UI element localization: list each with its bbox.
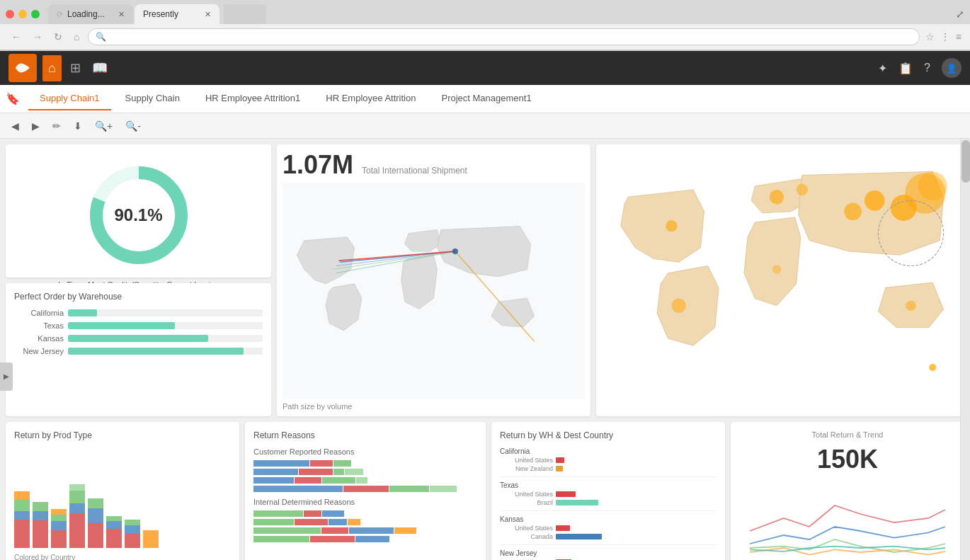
browser-tabs: ⟳ Loading... ✕ Presently ✕: [48, 4, 950, 24]
browser-tab-presently[interactable]: Presently ✕: [135, 4, 219, 24]
user-icon[interactable]: 👤: [942, 58, 962, 78]
trend-card: Total Return & Trend 150K: [731, 422, 964, 560]
bar-row-kansas: Kansas: [14, 334, 263, 343]
bar-row-nj: New Jersey: [14, 347, 263, 355]
home-button[interactable]: ⌂: [71, 30, 82, 44]
path-size-label: Path size by volume: [283, 402, 585, 411]
home-nav-icon[interactable]: ⌂: [42, 55, 62, 81]
tab-hr-attrition1[interactable]: HR Employee Attrition1: [194, 87, 312, 110]
reload-button[interactable]: ↻: [51, 30, 65, 44]
bar-track-tx: [68, 322, 263, 329]
logo-icon: [14, 59, 31, 76]
menu-icon[interactable]: ≡: [956, 31, 962, 42]
svg-point-17: [796, 184, 807, 195]
expand-button[interactable]: ⤢: [956, 8, 964, 20]
internal-bar-3: [253, 527, 477, 534]
customer-bar-1: [253, 460, 477, 467]
shipment-map: [283, 183, 585, 399]
svg-point-21: [929, 364, 936, 371]
internal-reasons-label: Internal Determined Reasons: [253, 498, 477, 506]
sparkle-icon[interactable]: ✦: [878, 62, 887, 75]
tab-close-loading[interactable]: ✕: [118, 10, 125, 19]
tab-project-mgmt[interactable]: Project Management1: [430, 87, 542, 110]
bookmark-icon[interactable]: ☆: [925, 31, 935, 42]
tab-label-presently: Presently: [143, 9, 178, 19]
maximize-button[interactable]: [31, 10, 40, 18]
minimize-button[interactable]: [18, 10, 27, 18]
tab-supply-chain1[interactable]: Supply Chain1: [28, 87, 111, 110]
customer-bar-4: [253, 486, 477, 492]
trend-title: Total Return & Trend: [739, 430, 956, 439]
trend-chart: [739, 480, 956, 560]
app-logo[interactable]: [8, 54, 37, 82]
next-button[interactable]: ▶: [29, 118, 42, 135]
svg-point-15: [906, 301, 915, 311]
bar-track-ca: [68, 309, 263, 316]
svg-point-9: [666, 220, 677, 232]
donut-value: 90.1%: [114, 205, 162, 225]
bar-track-ks: [68, 335, 263, 342]
tab-supply-chain[interactable]: Supply Chain: [114, 87, 191, 110]
new-tab-placeholder[interactable]: [224, 4, 266, 24]
app-header: ⌂ ⊞ 📖 ✦ 📋 ? 👤: [0, 51, 970, 85]
zoom-in-button[interactable]: 🔍+: [92, 118, 115, 135]
prev-button[interactable]: ◀: [8, 118, 22, 135]
shipment-value: 1.07M: [283, 150, 353, 180]
world-bubble-map-card: [596, 144, 964, 416]
svg-line-3: [336, 251, 455, 265]
scrollbar-thumb[interactable]: [962, 140, 970, 183]
bottom-row: Return by Prod Type: [0, 422, 970, 560]
bubble-map-svg: [599, 147, 962, 413]
tab-close-presently[interactable]: ✕: [205, 10, 211, 19]
donut-chart: 90.1%: [82, 159, 195, 272]
wh-new-jersey: New Jersey United States Sweden Germany …: [500, 549, 717, 560]
side-collapse-arrow[interactable]: ▶: [0, 362, 13, 391]
internal-bar-2: [253, 519, 477, 525]
svg-point-13: [844, 202, 862, 220]
dashboard-tabs: 🔖 Supply Chain1 Supply Chain HR Employee…: [0, 85, 970, 113]
tab-hr-attrition[interactable]: HR Employee Attrition: [314, 87, 427, 110]
shipment-map-card: 1.07M Total International Shipment: [277, 144, 590, 416]
return-prod-chart: [14, 447, 231, 554]
shipment-label: Total International Shipment: [362, 166, 467, 176]
wh-texas: Texas United States Brazil: [500, 481, 717, 506]
return-reasons-title: Return Reasons: [253, 430, 477, 440]
extensions-icon[interactable]: ⋮: [940, 31, 950, 42]
close-button[interactable]: [6, 10, 14, 18]
dashboard-content: ▶ 90.1% In Time, Meet Quality/Quantity, …: [0, 139, 970, 560]
svg-point-16: [772, 265, 781, 273]
world-map-svg: [283, 183, 585, 399]
bar-label-ca: California: [14, 309, 64, 317]
bar-fill-ks: [68, 335, 208, 342]
customer-bar-3: [253, 477, 477, 484]
svg-point-14: [671, 299, 685, 313]
svg-line-5: [336, 251, 455, 273]
bar-fill-ca: [68, 309, 97, 316]
grid-nav-icon[interactable]: ⊞: [64, 55, 86, 81]
svg-point-8: [452, 248, 458, 254]
clipboard-icon[interactable]: 📋: [898, 62, 913, 75]
address-bar[interactable]: 🔍: [88, 28, 919, 45]
return-prod-title: Return by Prod Type: [14, 430, 231, 440]
donut-card: 90.1% In Time, Meet Quality/Quantity, Co…: [6, 144, 271, 278]
return-wh-card: Return by WH & Dest Country California U…: [491, 422, 725, 560]
zoom-out-button[interactable]: 🔍-: [122, 118, 144, 135]
bar-track-nj: [68, 348, 263, 355]
browser-nav: ← → ↻ ⌂ 🔍 ☆ ⋮ ≡: [0, 24, 970, 50]
scrollbar-track[interactable]: [960, 139, 970, 560]
toolbar: ◀ ▶ ✏ ⬇ 🔍+ 🔍- ⤢: [0, 113, 970, 139]
internal-bar-4: [253, 536, 477, 542]
download-button[interactable]: ⬇: [71, 118, 85, 135]
book-nav-icon[interactable]: 📖: [86, 55, 113, 81]
url-input[interactable]: [110, 32, 911, 42]
return-prod-subtitle: Colored by Country: [14, 554, 231, 560]
internal-bar-1: [253, 510, 477, 517]
forward-button[interactable]: →: [30, 30, 45, 44]
customer-reasons-label: Customer Reported Reasons: [253, 447, 477, 456]
edit-button[interactable]: ✏: [50, 118, 64, 135]
back-button[interactable]: ←: [8, 30, 24, 44]
browser-tab-loading[interactable]: ⟳ Loading... ✕: [48, 4, 133, 24]
return-wh-title: Return by WH & Dest Country: [500, 430, 717, 440]
search-icon: 🔍: [96, 32, 106, 42]
help-icon[interactable]: ?: [924, 62, 930, 74]
